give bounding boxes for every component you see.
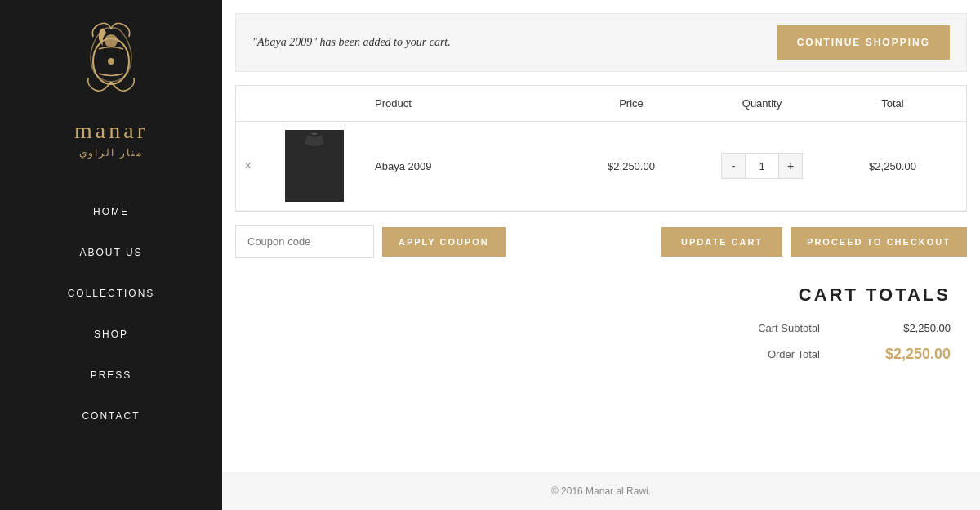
- remove-item-button[interactable]: ×: [244, 159, 252, 173]
- sidebar-item-press[interactable]: PRESS: [0, 355, 222, 396]
- svg-point-0: [105, 34, 118, 47]
- subtotal-row: Cart Subtotal $2,250.00: [758, 322, 951, 334]
- header-image: [285, 97, 367, 110]
- dress-silhouette: [290, 133, 339, 199]
- copyright-text: © 2016 Manar al Rawi.: [551, 485, 651, 497]
- product-price: $2,250.00: [566, 160, 697, 172]
- quantity-input[interactable]: [746, 153, 778, 179]
- sidebar-item-about[interactable]: ABOUT US: [0, 232, 222, 273]
- sidebar-item-home[interactable]: HOME: [0, 191, 222, 232]
- apply-coupon-button[interactable]: APPLY COUPON: [382, 227, 506, 257]
- main-content: "Abaya 2009" has been added to your cart…: [222, 0, 980, 510]
- main-nav: HOME ABOUT US COLLECTIONS SHOP PRESS CON…: [0, 191, 222, 436]
- logo-arabic-text: منار الراوي: [79, 147, 142, 159]
- notification-bar: "Abaya 2009" has been added to your cart…: [235, 13, 967, 72]
- update-cart-button[interactable]: UPDATE CART: [662, 227, 782, 257]
- cart-actions: APPLY COUPON UPDATE CART PROCEED TO CHEC…: [222, 212, 980, 271]
- subtotal-label: Cart Subtotal: [758, 322, 820, 334]
- notification-text: "Abaya 2009" has been added to your cart…: [252, 36, 451, 49]
- subtotal-value: $2,250.00: [869, 322, 951, 334]
- remove-item-cell: ×: [244, 159, 285, 173]
- proceed-to-checkout-button[interactable]: PROCEED TO CHECKOUT: [791, 227, 967, 257]
- header-product: Product: [367, 97, 566, 110]
- sidebar: manar منار الراوي HOME ABOUT US COLLECTI…: [0, 0, 222, 510]
- sidebar-item-collections[interactable]: COLLECTIONS: [0, 273, 222, 314]
- logo-area: manar منار الراوي: [70, 16, 152, 159]
- order-total-row: Order Total $2,250.00: [768, 346, 951, 363]
- row-total: $2,250.00: [827, 160, 958, 172]
- sidebar-item-contact[interactable]: CONTACT: [0, 396, 222, 436]
- logo-text: manar: [74, 118, 148, 144]
- svg-point-2: [108, 58, 114, 65]
- header-total: Total: [827, 97, 958, 110]
- svg-point-5: [310, 133, 319, 135]
- continue-shopping-button[interactable]: CONTINUE SHOPPING: [777, 25, 950, 60]
- order-total-value: $2,250.00: [869, 346, 951, 363]
- order-total-label: Order Total: [768, 348, 820, 360]
- logo-icon: [70, 16, 152, 114]
- product-image: [285, 130, 344, 202]
- header-price: Price: [566, 97, 697, 110]
- cart-table: Product Price Quantity Total ×: [235, 85, 967, 212]
- table-row: × Abaya 2009 $2,250.00 - +: [236, 122, 966, 211]
- cart-table-header: Product Price Quantity Total: [236, 86, 966, 122]
- quantity-decrease-button[interactable]: -: [721, 153, 746, 179]
- sidebar-item-shop[interactable]: SHOP: [0, 314, 222, 355]
- header-remove: [244, 97, 285, 110]
- cart-totals-section: CART TOTALS Cart Subtotal $2,250.00 Orde…: [235, 271, 967, 387]
- product-name: Abaya 2009: [367, 160, 566, 172]
- footer: © 2016 Manar al Rawi.: [222, 472, 980, 510]
- cart-totals-title: CART TOTALS: [799, 284, 951, 306]
- coupon-input[interactable]: [235, 225, 374, 258]
- header-quantity: Quantity: [697, 97, 827, 110]
- quantity-increase-button[interactable]: +: [778, 153, 803, 179]
- quantity-control: - +: [697, 153, 827, 179]
